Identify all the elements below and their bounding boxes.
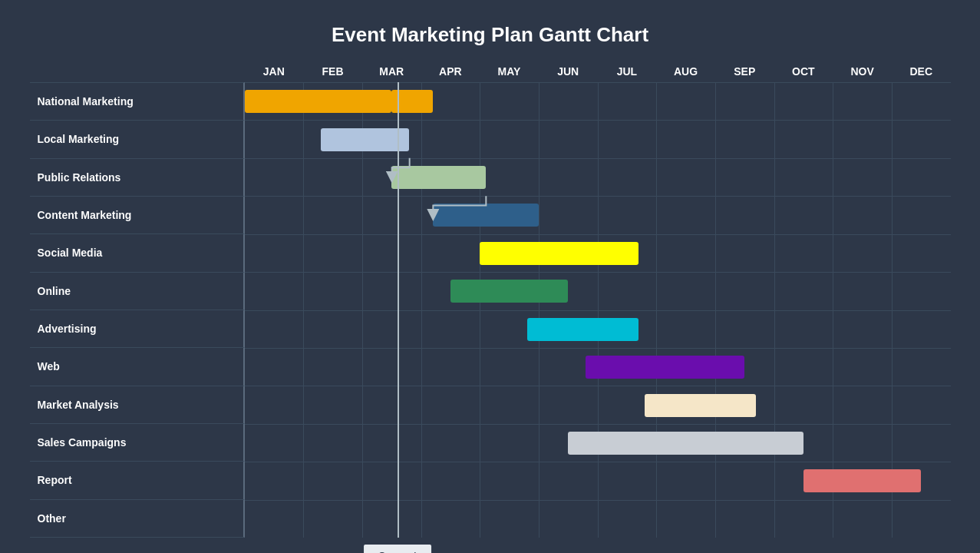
task-label: Content Marketing — [30, 196, 245, 233]
task-label: Sales Campaigns — [30, 423, 245, 461]
task-labels: National MarketingLocal MarketingPublic … — [30, 82, 245, 538]
grid-row — [245, 82, 951, 120]
task-label: National Marketing — [30, 82, 245, 120]
month-header: JAN — [245, 61, 304, 82]
gantt-bar — [450, 280, 568, 303]
grid-row — [245, 348, 951, 386]
gantt-bar — [245, 90, 392, 113]
grid-row — [245, 386, 951, 423]
month-header: JUL — [598, 61, 657, 82]
task-label: Web — [30, 347, 245, 385]
gantt-bar — [391, 166, 486, 189]
month-header: OCT — [774, 61, 833, 82]
task-label: Local Marketing — [30, 120, 245, 157]
month-header: JUN — [539, 61, 598, 82]
month-header: MAR — [362, 61, 421, 82]
grid-row — [245, 196, 951, 233]
month-header: DEC — [892, 61, 951, 82]
grid-row — [245, 158, 951, 196]
gantt-bar — [321, 128, 409, 151]
progress-label: Current progress — [364, 545, 431, 553]
grid-row — [245, 500, 951, 538]
grid-row — [245, 462, 951, 499]
task-label: Social Media — [30, 233, 245, 271]
gantt-body: National MarketingLocal MarketingPublic … — [30, 82, 951, 538]
chart-title: Event Marketing Plan Gantt Chart — [30, 23, 951, 47]
grid-row — [245, 120, 951, 157]
progress-line: Current progress — [398, 82, 399, 538]
gantt-bar — [645, 394, 757, 417]
task-label: Market Analysis — [30, 386, 245, 423]
gantt-bar — [527, 318, 639, 341]
task-label: Report — [30, 461, 245, 498]
chart-container: Event Marketing Plan Gantt Chart JANFEBM… — [15, 8, 966, 545]
gantt-bar — [480, 242, 638, 265]
gantt-bar — [586, 356, 744, 379]
grid-row — [245, 310, 951, 348]
month-header: SEP — [715, 61, 774, 82]
grid-row — [245, 272, 951, 310]
task-label: Other — [30, 499, 245, 538]
grid-row — [245, 234, 951, 272]
gantt-bar — [433, 204, 539, 227]
month-header: FEB — [303, 61, 362, 82]
task-label: Advertising — [30, 310, 245, 347]
grid-row — [245, 424, 951, 462]
gantt-bar — [803, 469, 921, 492]
task-label: Online — [30, 272, 245, 310]
month-header: NOV — [833, 61, 892, 82]
gantt-bar — [568, 432, 803, 455]
header-row: JANFEBMARAPRMAYJUNJULAUGSEPOCTNOVDEC — [245, 61, 951, 82]
grid-area: Current progress — [245, 82, 951, 538]
month-header: MAY — [480, 61, 539, 82]
task-label: Public Relations — [30, 158, 245, 196]
gantt-wrapper: JANFEBMARAPRMAYJUNJULAUGSEPOCTNOVDEC Nat… — [30, 61, 951, 538]
month-header: APR — [421, 61, 480, 82]
month-header: AUG — [656, 61, 715, 82]
